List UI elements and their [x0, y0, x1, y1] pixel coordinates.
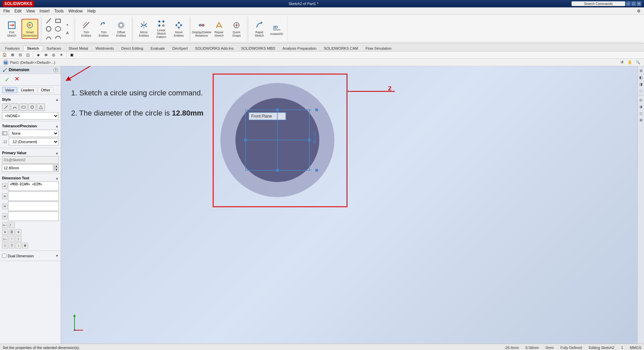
menu-file[interactable]: File [1, 8, 12, 14]
right-icon-2[interactable]: ◧ [638, 74, 644, 80]
tab-other[interactable]: Other [38, 87, 53, 93]
tab-weldments[interactable]: Weldments [92, 45, 118, 51]
display-style-button[interactable]: ◈ [35, 52, 42, 58]
linear-sketch-pattern-button[interactable]: Linear SketchPattern [153, 19, 170, 39]
dim-text-icon-3[interactable]: ∞ [2, 203, 7, 209]
appear-button[interactable]: ◎ [50, 52, 57, 58]
value-name-input[interactable]: D1@Sketch2 [2, 156, 59, 164]
dim-down-icon[interactable]: ▽ [9, 243, 15, 249]
spin-up-button[interactable]: ▲ [54, 164, 59, 168]
align-center-icon[interactable]: ☰ [9, 229, 15, 235]
style-dropdown[interactable]: <NONE> [2, 112, 59, 120]
tolerance-dropdown[interactable]: None [9, 130, 59, 137]
hide-show-button[interactable]: 👁 [43, 52, 49, 58]
precision-dropdown[interactable]: .12 (Document) [9, 138, 59, 145]
text-slant-icon[interactable]: f [9, 222, 15, 228]
view-orient-button[interactable]: ⊡ [17, 52, 23, 58]
trim-entities-button[interactable]: TrimEntities [78, 19, 95, 39]
section-view-button[interactable]: ◫ [24, 52, 31, 58]
tab-flow[interactable]: Flow Simulation [362, 45, 395, 51]
tolerance-collapse[interactable]: ▲ [55, 124, 59, 128]
tab-surfaces[interactable]: Surfaces [43, 45, 65, 51]
menu-tools[interactable]: Tools [52, 8, 66, 14]
style-collapse[interactable]: ▲ [55, 98, 59, 101]
style-btn-1[interactable] [2, 103, 10, 111]
spline-tool-button[interactable] [54, 33, 62, 41]
tab-evaluate[interactable]: Evaluate [147, 45, 169, 51]
dim-text-input-1[interactable]: <MOD-DIAM> <DIM> [8, 181, 59, 191]
dim-text-icon-4[interactable]: ∞ [2, 213, 7, 219]
tab-value[interactable]: Value [2, 87, 17, 93]
dim-under-icon[interactable]: ↓ [15, 243, 21, 249]
scene-button[interactable]: ☀ [58, 52, 65, 58]
tab-sheet-metal[interactable]: Sheet Metal [65, 45, 92, 51]
canvas-area[interactable]: 1 1. Sketch a circle using circle comman… [61, 66, 637, 344]
style-btn-3[interactable] [19, 103, 28, 111]
tab-mbd[interactable]: SOLIDWORKS MBD [237, 45, 279, 51]
mirror-entities-button[interactable]: MirrorEntities [136, 19, 152, 39]
text-tool-button[interactable]: A [63, 29, 72, 37]
tab-cam[interactable]: SOLIDWORKS CAM [320, 45, 362, 51]
value-input[interactable] [2, 164, 53, 172]
display-delete-relations-button[interactable]: Display/DeleteRelations [193, 19, 210, 39]
point-tool-button[interactable] [63, 21, 72, 29]
convert-entities-button[interactable]: Trim Entities [95, 19, 112, 39]
smart-dimension-button[interactable]: D SmartDimension [21, 19, 38, 39]
align-right-icon[interactable]: ≡ [15, 229, 21, 235]
quick-snaps-button[interactable]: QuickSnaps [228, 19, 245, 39]
pan-btn[interactable]: ✋ [627, 59, 633, 66]
restore-btn[interactable]: □ [631, 1, 636, 6]
panel-help-icon[interactable]: ? [53, 68, 58, 72]
repair-sketch-button[interactable]: RepairSketch [211, 19, 227, 39]
rectangle-tool-button[interactable] [54, 17, 62, 25]
arc-tool-button[interactable] [44, 33, 53, 41]
rapid-sketch-button[interactable]: RapidSketch [251, 19, 268, 39]
menu-view[interactable]: View [24, 8, 37, 14]
dim-extra-1[interactable]: |— [2, 236, 8, 242]
dim-box-icon[interactable]: □ [2, 243, 8, 249]
dual-dimension-checkbox[interactable] [2, 254, 6, 258]
tab-features[interactable]: Features [1, 45, 23, 51]
dim-text-icon-1[interactable]: ∞ [2, 183, 7, 189]
dual-dim-collapse[interactable]: ▼ [55, 254, 59, 258]
menu-window[interactable]: Window [66, 8, 85, 14]
minimize-btn[interactable]: ─ [626, 1, 631, 6]
align-left-icon[interactable]: ≡ [2, 229, 8, 235]
dim-text-icon-2[interactable]: ∞ [2, 193, 7, 199]
line-tool-button[interactable] [44, 17, 53, 25]
instant2d-button[interactable]: 2D Instant2D [268, 19, 285, 39]
menu-help[interactable]: Help [86, 8, 98, 14]
tab-dimxpert[interactable]: DimXpert [169, 45, 192, 51]
move-entities-button[interactable]: MoveEntities [170, 19, 187, 39]
tab-analysis[interactable]: Analysis Preparation [279, 45, 320, 51]
style-btn-4[interactable] [28, 103, 36, 111]
menu-insert[interactable]: Insert [38, 8, 52, 14]
breadcrumb-text[interactable]: Part1 (Default<<Default>...) [10, 60, 55, 64]
polygon-tool-button[interactable] [54, 25, 62, 33]
tab-direct-editing[interactable]: Direct Editing [117, 45, 147, 51]
right-icon-6[interactable]: ◑ [638, 103, 644, 110]
tab-leaders[interactable]: Leaders [18, 87, 37, 93]
spin-down-button[interactable]: ▼ [54, 168, 59, 172]
zoom-fit-button[interactable]: ⊞ [9, 52, 16, 58]
close-btn[interactable]: ✕ [637, 1, 641, 6]
tab-addins[interactable]: SOLIDWORKS Add-Ins [192, 45, 237, 51]
dim-snap-icon[interactable]: ⊕ [22, 243, 28, 249]
dim-text-input-3[interactable] [8, 202, 59, 211]
right-icon-8[interactable]: ⊠ [638, 117, 644, 123]
dim-text-input-2[interactable] [8, 191, 59, 201]
tab-sketch[interactable]: Sketch [23, 45, 43, 51]
rotate-view-btn[interactable]: ↺ [619, 59, 625, 66]
search-input-title[interactable]: Search Commands [572, 1, 625, 6]
offset-entities-button[interactable]: OffsetEntities [113, 19, 129, 39]
window-controls[interactable]: Search Commands ─ □ ✕ [572, 1, 641, 6]
style-btn-5[interactable] [37, 103, 45, 111]
home-view-button[interactable]: 🏠 [1, 52, 8, 58]
dim-text-input-4[interactable] [8, 212, 59, 221]
zoom-btn[interactable]: 🔍 [635, 59, 641, 66]
right-icon-4[interactable]: □ [638, 88, 644, 94]
right-icon-7[interactable]: ◻ [638, 110, 644, 116]
right-icon-3[interactable]: ◨ [638, 81, 644, 87]
dim-extra-3[interactable]: ↕ [15, 236, 21, 242]
ok-button[interactable]: ✓ [3, 75, 12, 84]
